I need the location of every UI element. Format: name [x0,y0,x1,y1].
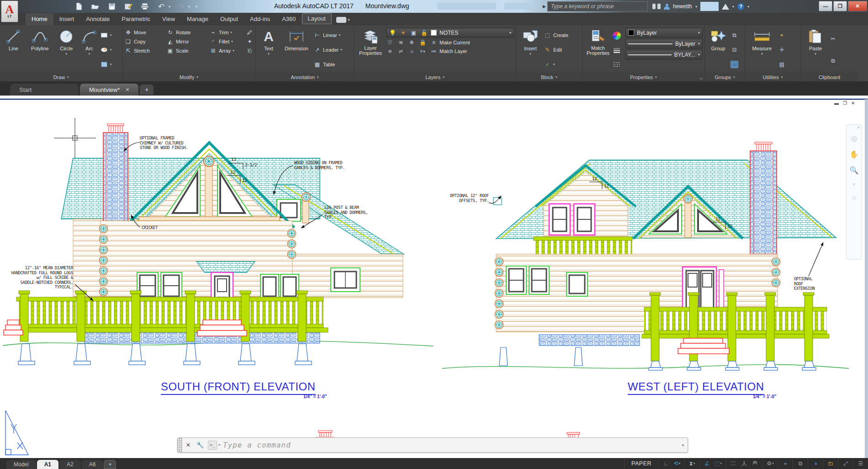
ellipse-dropdown-icon[interactable]: ▾ [110,48,112,52]
drawing-canvas[interactable]: OPTIONAL FRAMED CHIMNEY W/ CULTURED STON… [0,96,868,458]
file-tab-document[interactable]: Mountview*✕ [80,84,138,96]
clean-screen-icon[interactable]: ⤢ [841,459,851,468]
group-edit-icon[interactable]: ⊟ [730,46,738,53]
layer-viewport-icon[interactable]: ▣ [410,29,418,37]
quick-properties-icon[interactable]: ⧉ [795,459,805,468]
offset-icon[interactable]: ⎗ [246,47,254,54]
layer-select[interactable]: 💡 ☀ ▣ 🔓 NOTES ▾ [386,28,514,37]
copy-clip-icon[interactable]: ⧉ [829,57,837,64]
erase-icon[interactable]: 🖉 [246,29,254,36]
layer-properties-button[interactable]: LayerProperties [356,27,385,73]
command-line[interactable]: ✕ 🔧 >_ ▾ Type a command ▾ [177,437,688,453]
command-customize-icon[interactable]: 🔧 [194,442,206,448]
paper-space-button[interactable]: PAPER [627,460,656,467]
navbar-dropdown-icon[interactable]: ▾ [853,182,855,187]
restore-button[interactable]: ❐ [833,1,847,11]
signed-in-user[interactable]: hewetth [673,3,692,10]
tab-parametric[interactable]: Parametric [116,13,156,25]
panel-label-modify[interactable]: Modify▾ [122,73,255,81]
workspace-settings-icon[interactable]: ⚙▾ [765,459,775,468]
isometric-drafting-icon[interactable]: ⧗▾ [687,459,697,468]
command-prompt-icon[interactable]: >_ [208,441,217,450]
block-attributes-button[interactable]: ✓▾ [544,61,580,68]
redo-dropdown-icon[interactable]: ▾ [188,5,190,9]
command-grip[interactable] [178,438,182,452]
search-collapse-icon[interactable]: ▶ [543,4,546,9]
id-point-icon[interactable]: ✛ [778,46,786,53]
layer-color-swatch[interactable] [431,30,437,36]
panel-label-draw[interactable]: Draw▾ [0,73,122,81]
undo-icon[interactable]: ↶ [155,1,167,11]
calculator-icon[interactable]: ▤ [778,61,786,68]
plot-icon[interactable] [139,1,151,11]
help-icon[interactable]: ? [737,3,744,10]
minimize-button[interactable]: — [819,1,832,11]
layout-tab-model[interactable]: Model [6,460,36,469]
search-input[interactable]: Type a keyword or phrase [547,1,648,11]
cut-icon[interactable]: ✂ [829,35,837,43]
close-tab-icon[interactable]: ✕ [125,87,129,93]
layout-tab-a1[interactable]: A1 [37,460,58,469]
insert-button[interactable]: Insert▾ [518,27,543,73]
tab-manage[interactable]: Manage [181,13,214,25]
help-dropdown-icon[interactable]: ▾ [747,5,749,9]
qat-customize-icon[interactable]: ▾ [196,5,197,9]
panel-label-groups[interactable]: Groups▾ [705,73,745,81]
new-layout-button[interactable]: + [104,460,116,469]
block-create-button[interactable]: ⬚Create [544,32,580,39]
lineweight-select[interactable]: ByLayer▾ [625,39,703,48]
layout-tab-a6[interactable]: A6 [82,460,103,469]
tab-home[interactable]: Home [26,13,53,25]
close-button[interactable]: ✕ [848,1,867,11]
layer-unlock2-icon[interactable]: 🗝 [419,48,427,55]
user-dropdown-icon[interactable]: ▾ [695,5,697,9]
group-selection-icon[interactable]: ⬚ [730,61,738,68]
search-go-icon[interactable] [652,4,661,9]
hatch-icon[interactable] [101,61,108,68]
share-dropdown-icon[interactable]: ▾ [732,5,734,9]
undo-dropdown-icon[interactable]: ▾ [169,5,170,9]
dimension-button[interactable]: Dimension [281,27,312,73]
panel-label-block[interactable]: Block▾ [516,73,582,81]
tab-addins[interactable]: Add-ins [244,13,276,25]
layer-isolate-icon[interactable]: ≋ [397,39,405,46]
annotation-monitor-icon[interactable]: 龹 [750,459,760,468]
command-recent-dropdown-icon[interactable]: ▾ [218,443,220,447]
table-button[interactable]: ▦Table [313,61,352,68]
match-properties-button[interactable]: MatchProperties [584,27,612,73]
tab-a360[interactable]: A360 [276,13,302,25]
move-button[interactable]: ✥Move [124,29,164,36]
tab-view[interactable]: View [156,13,181,25]
graphics-performance-icon[interactable]: ◑ [810,459,820,468]
paste-button[interactable]: Paste▾ [803,27,828,73]
redo-icon[interactable]: ↷ [175,1,187,11]
rectangle-icon[interactable] [101,32,108,39]
layer-freeze-icon[interactable]: ❄ [408,39,416,46]
app-logo[interactable]: ALT [1,0,18,22]
new-file-icon[interactable] [73,1,85,11]
pan-hand-icon[interactable]: ✋ [850,150,859,159]
hatch-dropdown-icon[interactable]: ▾ [110,63,112,66]
new-drawing-tab-button[interactable]: + [140,85,153,95]
polar-tracking-icon[interactable]: ⟲▾ [672,459,682,468]
mirror-button[interactable]: ◭Mirror [166,38,206,45]
scale-button[interactable]: ▣Scale [166,47,206,54]
steering-wheel-icon[interactable]: ◎ [851,134,857,143]
layer-thaw-all-icon[interactable]: ☼ [408,48,416,55]
text-button[interactable]: A Text▾ [258,27,280,73]
file-tab-start[interactable]: Start [10,84,79,96]
command-input[interactable]: Type a command [223,441,682,449]
osnap-tracking-icon[interactable]: ∠ [702,459,712,468]
layout-tab-a2[interactable]: A2 [59,460,81,469]
command-close-icon[interactable]: ✕ [182,442,194,448]
ribbon-display-dropdown-icon[interactable]: ▾ [348,18,350,22]
group-button[interactable]: Group [707,27,730,73]
save-icon[interactable] [106,1,118,11]
app-menu-dropdown-icon[interactable]: ▾ [19,5,21,9]
ribbon-display-icon[interactable] [336,17,346,23]
polyline-button[interactable]: Polyline [26,27,54,73]
navbar-close-icon[interactable]: ✕ [857,125,860,130]
properties-launcher-icon[interactable]: ⌙ [699,76,703,80]
linear-button[interactable]: ⊢Linear▾ [313,32,352,39]
layer-unlock-icon[interactable]: 🔓 [420,29,428,37]
